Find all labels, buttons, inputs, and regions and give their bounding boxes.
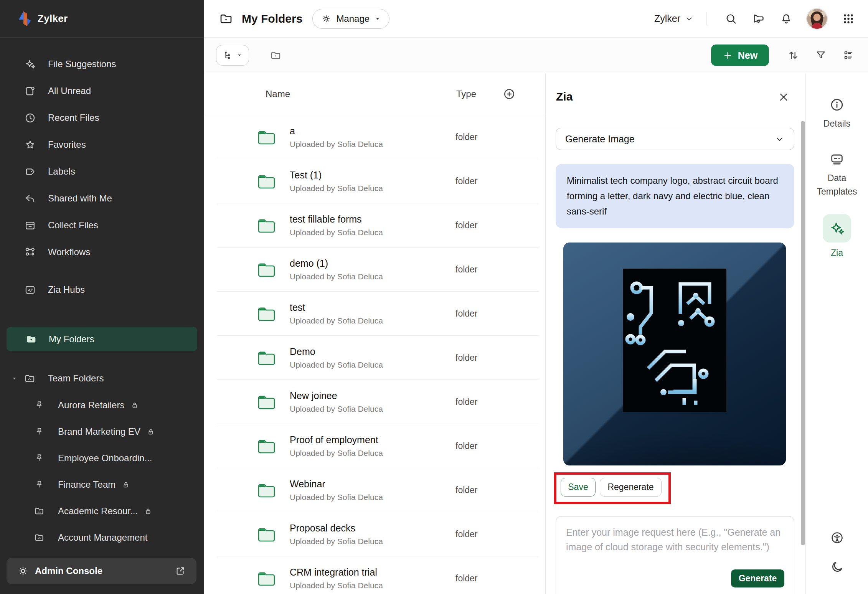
list-header: Name Type bbox=[204, 73, 545, 115]
sidebar-item-team-folders[interactable]: Team Folders bbox=[0, 365, 204, 392]
sidebar-subitem-label: Academic Resour... bbox=[58, 506, 138, 516]
top-header: My Folders Manage Zylker bbox=[204, 0, 868, 38]
file-type: folder bbox=[455, 220, 478, 231]
tree-view-icon bbox=[223, 50, 233, 61]
folder-icon bbox=[257, 526, 276, 542]
team-folder-icon bbox=[24, 373, 36, 384]
table-row-test-1[interactable]: Test (1) Uploaded by Sofia Deluca folder bbox=[204, 159, 545, 203]
table-row-webinar[interactable]: Webinar Uploaded by Sofia Deluca folder bbox=[204, 468, 545, 512]
sidebar-subitem-account-management[interactable]: Account Management bbox=[0, 524, 204, 551]
app-grid-icon[interactable] bbox=[842, 12, 855, 26]
file-type: folder bbox=[455, 485, 478, 495]
sidebar-item-favorites[interactable]: Favorites bbox=[0, 131, 204, 158]
table-row-demo[interactable]: Demo Uploaded by Sofia Deluca folder bbox=[204, 336, 545, 380]
rail-label: Zia bbox=[810, 246, 864, 260]
new-button[interactable]: New bbox=[711, 45, 769, 66]
view-mode-button[interactable] bbox=[216, 45, 249, 66]
file-meta: Uploaded by Sofia Deluca bbox=[290, 184, 383, 193]
sidebar-item-labels[interactable]: Labels bbox=[0, 158, 204, 185]
avatar[interactable] bbox=[807, 9, 827, 29]
generated-image[interactable] bbox=[563, 243, 786, 465]
admin-console-label: Admin Console bbox=[35, 566, 175, 576]
brand[interactable]: Zylker bbox=[0, 0, 204, 38]
accessibility-button[interactable] bbox=[806, 531, 868, 545]
rail-label: Details bbox=[810, 117, 864, 130]
sidebar-nav: File Suggestions All Unread Recent Files… bbox=[0, 38, 204, 594]
gear-icon bbox=[17, 565, 29, 577]
sidebar-item-collect-files[interactable]: Collect Files bbox=[0, 212, 204, 239]
table-row-proposal-decks[interactable]: Proposal decks Uploaded by Sofia Deluca … bbox=[204, 512, 545, 556]
sidebar-subitem-finance-team[interactable]: Finance Team bbox=[0, 471, 204, 498]
sidebar-item-all-unread[interactable]: All Unread bbox=[0, 78, 204, 104]
plus-icon bbox=[723, 50, 733, 61]
sidebar-item-file-suggestions[interactable]: File Suggestions bbox=[0, 51, 204, 78]
sidebar-subitem-employee-onboardin[interactable]: Employee Onboardin... bbox=[0, 445, 204, 471]
notifications-icon[interactable] bbox=[780, 12, 793, 25]
table-row-crm-integration-trial[interactable]: CRM integration trial Uploaded by Sofia … bbox=[204, 556, 545, 594]
zia-panel-scrollbar[interactable] bbox=[801, 121, 805, 545]
save-button[interactable]: Save bbox=[561, 478, 596, 497]
dark-mode-button[interactable] bbox=[806, 560, 868, 574]
column-type[interactable]: Type bbox=[456, 89, 476, 99]
pin-icon bbox=[34, 479, 45, 490]
pin-icon bbox=[34, 453, 45, 464]
rail-item-zia-active[interactable]: Zia bbox=[806, 214, 868, 260]
caret-down-icon bbox=[375, 16, 381, 22]
file-meta: Uploaded by Sofia Deluca bbox=[290, 228, 383, 237]
table-row-new-joinee[interactable]: New joinee Uploaded by Sofia Deluca fold… bbox=[204, 380, 545, 424]
lock-icon bbox=[146, 427, 155, 436]
sidebar-item-recent-files[interactable]: Recent Files bbox=[0, 104, 204, 131]
sidebar-item-workflows[interactable]: Workflows bbox=[0, 239, 204, 266]
table-row-proof-of-employment[interactable]: Proof of employment Uploaded by Sofia De… bbox=[204, 424, 545, 468]
close-icon[interactable] bbox=[777, 91, 790, 103]
file-meta: Uploaded by Sofia Deluca bbox=[290, 537, 383, 546]
file-list: Name Type a Uploaded by Sofia Deluca fol… bbox=[204, 73, 545, 594]
folder-icon bbox=[257, 571, 276, 586]
filter-icon[interactable] bbox=[815, 50, 827, 61]
regenerate-button[interactable]: Regenerate bbox=[600, 478, 662, 497]
collapse-caret-icon[interactable] bbox=[12, 376, 17, 381]
folder-tab-icon[interactable] bbox=[270, 50, 282, 61]
folder-filled-icon bbox=[25, 333, 37, 345]
page-title: My Folders bbox=[242, 12, 302, 25]
search-icon[interactable] bbox=[724, 12, 738, 25]
shared-arrow-icon bbox=[24, 193, 36, 205]
file-name: a bbox=[290, 125, 383, 137]
table-row-a[interactable]: a Uploaded by Sofia Deluca folder bbox=[204, 115, 545, 159]
folder-icon bbox=[257, 173, 276, 189]
content: Name Type a Uploaded by Sofia Deluca fol… bbox=[204, 73, 868, 594]
manage-button[interactable]: Manage bbox=[312, 9, 389, 29]
zia-mode-select[interactable]: Generate Image bbox=[556, 128, 794, 150]
table-row-test[interactable]: test Uploaded by Sofia Deluca folder bbox=[204, 292, 545, 336]
add-column-icon[interactable] bbox=[503, 87, 516, 101]
divider bbox=[706, 12, 706, 25]
file-name: test bbox=[290, 302, 383, 313]
announcements-icon[interactable] bbox=[752, 12, 765, 25]
rail-item-data-templates[interactable]: Data Templates bbox=[806, 152, 868, 198]
sidebar-subitem-brand-marketing-ev[interactable]: Brand Marketing EV bbox=[0, 418, 204, 445]
tag-icon bbox=[24, 166, 36, 178]
admin-console-button[interactable]: Admin Console bbox=[7, 558, 196, 584]
moon-icon bbox=[830, 560, 844, 574]
data-template-icon bbox=[829, 152, 845, 167]
sidebar-subitem-aurora-retailers[interactable]: Aurora Retailers bbox=[0, 392, 204, 418]
collect-box-icon bbox=[24, 219, 36, 231]
sidebar-item-label: Recent Files bbox=[48, 112, 99, 123]
column-name[interactable]: Name bbox=[266, 89, 290, 99]
table-row-demo-1[interactable]: demo (1) Uploaded by Sofia Deluca folder bbox=[204, 248, 545, 292]
sidebar-item-zia-hubs[interactable]: Zia Hubs bbox=[0, 276, 204, 303]
sidebar-item-label: Workflows bbox=[48, 247, 90, 257]
generate-button[interactable]: Generate bbox=[731, 569, 784, 587]
account-dropdown[interactable]: Zylker bbox=[654, 13, 694, 24]
caret-down-icon bbox=[237, 53, 242, 58]
rail-item-details[interactable]: Details bbox=[806, 97, 868, 130]
sidebar-item-shared-with-me[interactable]: Shared with Me bbox=[0, 185, 204, 212]
file-type: folder bbox=[455, 132, 478, 142]
sidebar-item-label: Collect Files bbox=[48, 220, 98, 231]
table-row-test-fillable-forms[interactable]: test fillable forms Uploaded by Sofia De… bbox=[204, 203, 545, 248]
sidebar-item-my-folders-selected[interactable]: My Folders bbox=[7, 327, 197, 351]
sidebar-subitem-academic-resour[interactable]: Academic Resour... bbox=[0, 498, 204, 524]
file-name: Proposal decks bbox=[290, 523, 383, 534]
sort-icon[interactable] bbox=[787, 50, 799, 61]
view-options-icon[interactable] bbox=[843, 50, 854, 61]
